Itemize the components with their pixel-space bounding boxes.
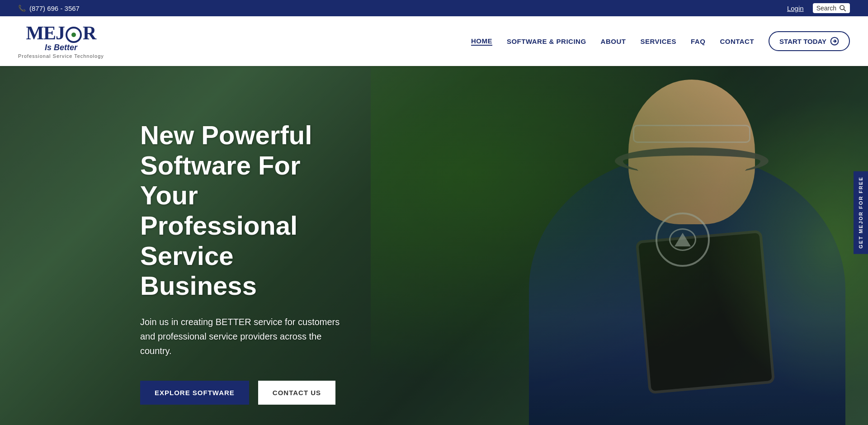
svg-point-0 xyxy=(840,5,844,9)
hero-section: New Powerful Software For Your Professio… xyxy=(0,66,868,425)
side-tab[interactable]: GET MEJOR FOR FREE xyxy=(854,171,868,254)
logo-mej: MEJ xyxy=(26,23,65,43)
phone-icon: 📞 xyxy=(18,5,26,12)
logo-brand: MEJR xyxy=(26,24,96,43)
nav-about[interactable]: ABOUT xyxy=(601,38,626,45)
hero-title-line1: New Powerful Software For xyxy=(140,120,312,180)
phone-number: (877) 696 - 3567 xyxy=(29,5,80,12)
arrow-circle-icon xyxy=(830,37,839,46)
search-icon xyxy=(839,5,846,12)
hero-content: New Powerful Software For Your Professio… xyxy=(0,66,344,405)
contact-us-button[interactable]: CONTACT US xyxy=(258,381,335,405)
nav-home[interactable]: HOME xyxy=(471,37,492,46)
top-bar: 📞 (877) 696 - 3567 Login Search xyxy=(0,0,868,16)
hero-buttons: EXPLORE SOFTWARE CONTACT US xyxy=(140,381,344,405)
svg-line-1 xyxy=(844,9,846,11)
nav-bar: MEJR Is Better Professional Service Tech… xyxy=(0,16,868,66)
logo-r: R xyxy=(83,23,96,43)
hero-title-line2: Your Professional Service Business xyxy=(140,180,297,300)
top-bar-right: Login Search xyxy=(787,3,850,13)
nav-faq[interactable]: FAQ xyxy=(691,38,705,45)
logo-subtitle: Is Better xyxy=(45,43,77,52)
hero-title: New Powerful Software For Your Professio… xyxy=(140,120,344,301)
hero-image xyxy=(371,66,868,425)
nav-links: HOME SOFTWARE & PRICING ABOUT SERVICES F… xyxy=(471,31,850,51)
nav-services[interactable]: SERVICES xyxy=(640,38,676,45)
logo-tagline: Professional Service Technology xyxy=(18,53,104,59)
search-box[interactable]: Search xyxy=(813,3,850,13)
explore-software-button[interactable]: EXPLORE SOFTWARE xyxy=(140,381,249,405)
side-tab-wrapper[interactable]: GET MEJOR FOR FREE xyxy=(854,171,868,254)
start-today-label: START TODAY xyxy=(779,38,826,45)
nav-software-pricing[interactable]: SOFTWARE & PRICING xyxy=(507,38,586,45)
start-today-button[interactable]: START TODAY xyxy=(769,31,850,51)
logo-o xyxy=(66,27,82,43)
logo[interactable]: MEJR Is Better Professional Service Tech… xyxy=(18,24,104,59)
hero-subtitle: Join us in creating BETTER service for c… xyxy=(140,315,344,358)
login-link[interactable]: Login xyxy=(787,5,804,12)
search-label: Search xyxy=(816,5,836,12)
nav-contact[interactable]: CONTACT xyxy=(720,38,754,45)
phone-section: 📞 (877) 696 - 3567 xyxy=(18,5,80,12)
